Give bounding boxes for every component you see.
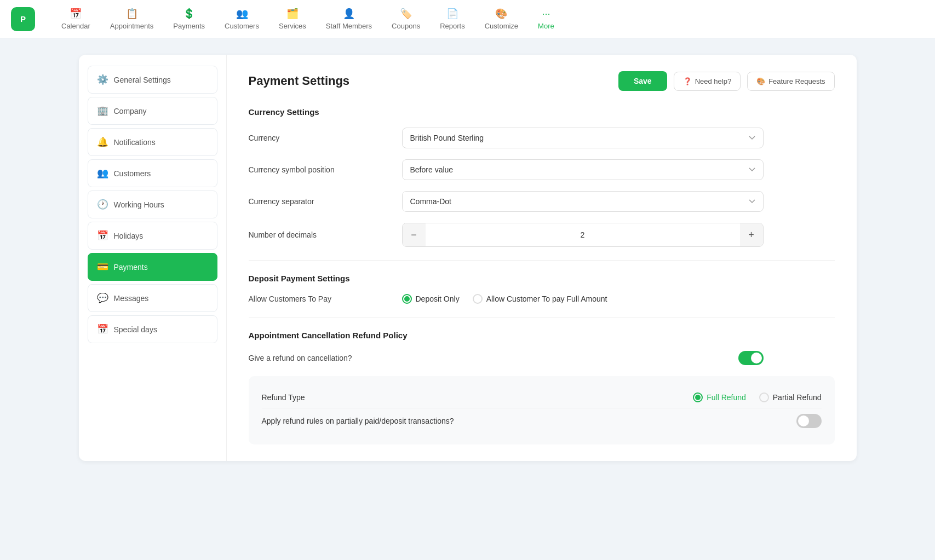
gear-icon: ⚙️ [97,74,108,85]
help-icon: ❓ [683,77,692,85]
partial-refund-radio[interactable] [759,392,769,402]
allow-pay-label: Allow Customers To Pay [249,295,402,303]
appointments-icon: 📋 [126,8,138,20]
nav-item-staff[interactable]: 👤 Staff Members [316,3,382,34]
decimals-value: 2 [426,230,740,239]
full-refund-radio[interactable] [693,392,703,402]
partial-apply-toggle[interactable] [796,414,822,428]
nav-item-services[interactable]: 🗂️ Services [269,3,316,34]
cancellation-section: Appointment Cancellation Refund Policy G… [249,331,835,444]
deposit-settings-section: Deposit Payment Settings Allow Customers… [249,274,835,304]
symbol-position-control: Before value After value [402,159,835,180]
refund-toggle-control [402,351,764,365]
company-icon: 🏢 [97,105,108,117]
coupons-icon: 🏷️ [400,8,412,20]
nav-item-calendar[interactable]: 📅 Calendar [51,3,100,34]
sidebar-item-holidays[interactable]: 📅 Holidays [88,222,217,250]
sidebar-item-special-days[interactable]: 📅 Special days [88,315,217,343]
full-refund-option[interactable]: Full Refund [693,392,746,402]
need-help-button[interactable]: ❓ Need help? [674,72,741,91]
allow-pay-radio-group: Deposit Only Allow Customer To pay Full … [402,294,835,304]
top-nav: P 📅 Calendar 📋 Appointments 💲 Payments 👥… [0,0,935,38]
refund-toggle[interactable] [738,351,764,365]
payments-sidebar-icon: 💳 [97,261,108,273]
sidebar-item-general-settings[interactable]: ⚙️ General Settings [88,66,217,94]
nav-item-coupons[interactable]: 🏷️ Coupons [382,3,430,34]
symbol-position-row: Currency symbol position Before value Af… [249,159,835,180]
symbol-position-select[interactable]: Before value After value [402,159,764,180]
holidays-icon: 📅 [97,230,108,241]
allow-pay-control: Deposit Only Allow Customer To pay Full … [402,294,835,304]
feature-icon: 🎨 [756,77,765,85]
full-amount-option[interactable]: Allow Customer To pay Full Amount [473,294,607,304]
refund-on-cancel-label: Give a refund on cancellation? [249,354,402,362]
special-days-icon: 📅 [97,324,108,335]
decimals-row: Number of decimals − 2 + [249,223,835,247]
nav-item-payments[interactable]: 💲 Payments [163,3,215,34]
nav-items: 📅 Calendar 📋 Appointments 💲 Payments 👥 C… [51,3,924,34]
app-logo[interactable]: P [11,7,35,31]
deposit-section-title: Deposit Payment Settings [249,274,835,283]
payments-nav-icon: 💲 [183,8,195,20]
allow-pay-row: Allow Customers To Pay Deposit Only Allo… [249,294,835,304]
customize-icon: 🎨 [495,8,507,20]
nav-item-customers[interactable]: 👥 Customers [215,3,269,34]
separator-label: Currency separator [249,197,402,206]
nav-item-reports[interactable]: 📄 Reports [430,3,475,34]
refund-card: Refund Type Full Refund Partial Refund [249,376,835,444]
deposit-only-option[interactable]: Deposit Only [402,294,460,304]
decimals-control: − 2 + [402,223,835,247]
page-title: Payment Settings [249,74,350,88]
separator-control: Comma-Dot Dot-Comma Space-Dot [402,191,835,212]
currency-control: British Pound Sterling US Dollar Euro Au… [402,128,835,148]
full-amount-radio[interactable] [473,294,483,304]
separator-row: Currency separator Comma-Dot Dot-Comma S… [249,191,835,212]
currency-section-title: Currency Settings [249,107,835,117]
decimals-label: Number of decimals [249,230,402,239]
currency-label: Currency [249,134,402,142]
sidebar-item-company[interactable]: 🏢 Company [88,97,217,125]
messages-icon: 💬 [97,292,108,304]
staff-icon: 👤 [343,8,355,20]
cancellation-section-title: Appointment Cancellation Refund Policy [249,331,835,340]
main-container: ⚙️ General Settings 🏢 Company 🔔 Notifica… [57,38,879,477]
separator-select[interactable]: Comma-Dot Dot-Comma Space-Dot [402,191,764,212]
currency-row: Currency British Pound Sterling US Dolla… [249,128,835,148]
sidebar-item-customers[interactable]: 👥 Customers [88,159,217,187]
customers-nav-icon: 👥 [236,8,248,20]
decimals-increment-button[interactable]: + [740,223,763,246]
partial-apply-label: Apply refund rules on partially paid/dep… [262,417,454,425]
nav-item-more[interactable]: ··· More [528,4,564,34]
divider-1 [249,260,835,261]
main-content: Payment Settings Save ❓ Need help? 🎨 Fea… [227,55,857,461]
page-header: Payment Settings Save ❓ Need help? 🎨 Fea… [249,71,835,91]
save-button[interactable]: Save [618,71,667,91]
clock-icon: 🕐 [97,199,108,210]
refund-type-label: Refund Type [262,393,305,402]
sidebar-item-notifications[interactable]: 🔔 Notifications [88,128,217,156]
currency-select[interactable]: British Pound Sterling US Dollar Euro Au… [402,128,764,148]
services-icon: 🗂️ [286,8,299,20]
nav-item-customize[interactable]: 🎨 Customize [475,3,528,34]
refund-toggle-row: Give a refund on cancellation? [249,351,835,365]
calendar-icon: 📅 [70,8,82,20]
sidebar: ⚙️ General Settings 🏢 Company 🔔 Notifica… [79,55,227,461]
sidebar-item-messages[interactable]: 💬 Messages [88,284,217,312]
refund-type-row: Refund Type Full Refund Partial Refund [262,387,822,408]
symbol-position-label: Currency symbol position [249,165,402,174]
reports-icon: 📄 [446,8,458,20]
nav-item-appointments[interactable]: 📋 Appointments [100,3,164,34]
svg-text:P: P [20,14,26,24]
content-card: ⚙️ General Settings 🏢 Company 🔔 Notifica… [79,55,857,461]
refund-type-radio-group: Full Refund Partial Refund [693,392,821,402]
partial-refund-option[interactable]: Partial Refund [759,392,822,402]
customers-sidebar-icon: 👥 [97,168,108,179]
feature-requests-button[interactable]: 🎨 Feature Requests [747,72,834,91]
decimals-decrement-button[interactable]: − [403,223,426,246]
deposit-only-radio[interactable] [402,294,412,304]
divider-2 [249,317,835,317]
sidebar-item-payments[interactable]: 💳 Payments [88,253,217,281]
sidebar-item-working-hours[interactable]: 🕐 Working Hours [88,190,217,218]
partial-apply-row: Apply refund rules on partially paid/dep… [262,408,822,434]
currency-settings-section: Currency Settings Currency British Pound… [249,107,835,247]
